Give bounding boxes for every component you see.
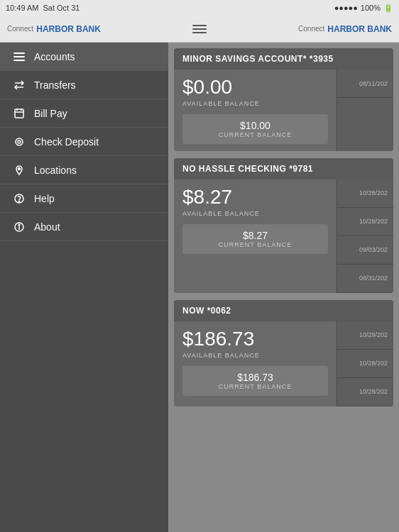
signal-icon: ●●●●●	[334, 4, 358, 12]
transaction-date: 10/28/202	[359, 189, 388, 196]
locations-icon	[11, 162, 27, 178]
transaction-item[interactable]: 10/28/202	[337, 378, 393, 406]
sidebar: Accounts Transfers Bill Pay	[0, 43, 168, 532]
current-balance-box-now: $186.73 CURRENT BALANCE	[182, 366, 328, 396]
available-amount-checking: $8.27	[182, 187, 328, 209]
connect-label-left: Connect	[7, 25, 33, 33]
svg-rect-2	[13, 60, 25, 61]
transaction-date: 10/28/202	[359, 218, 388, 225]
transaction-item	[337, 98, 393, 151]
transaction-date: 09/03/202	[359, 246, 388, 253]
transaction-item[interactable]: 10/28/202	[337, 350, 393, 378]
svg-point-11	[18, 201, 20, 202]
account-card-now: NOW *0062 $186.73 AVAILABLE BALANCE $186…	[174, 300, 393, 406]
current-amount-savings: $10.00	[191, 120, 319, 131]
current-label-savings: CURRENT BALANCE	[191, 131, 319, 138]
account-transactions-savings: 08/11/202	[337, 70, 393, 151]
account-title-now: NOW *0062	[182, 306, 231, 316]
transaction-date: 10/28/202	[359, 388, 388, 395]
battery-icon: 🔋	[383, 4, 393, 13]
account-body-checking: $8.27 AVAILABLE BALANCE $8.27 CURRENT BA…	[174, 179, 393, 293]
bank-label-left: HARBOR BANK	[36, 24, 101, 34]
sidebar-item-billpay[interactable]: Bill Pay	[0, 99, 168, 128]
date: Sat Oct 31	[43, 4, 80, 12]
account-body-savings: $0.00 AVAILABLE BALANCE $10.00 CURRENT B…	[174, 70, 393, 151]
battery: 100%	[361, 4, 381, 12]
main-container: Accounts Transfers Bill Pay	[0, 43, 399, 532]
locations-label: Locations	[34, 165, 77, 176]
help-label: Help	[34, 193, 55, 204]
hamburger-line-3	[192, 32, 207, 33]
account-header-checking: NO HASSLE CHECKING *9781	[174, 158, 393, 179]
checkdeposit-label: Check Deposit	[34, 136, 99, 148]
available-label-checking: AVAILABLE BALANCE	[182, 210, 328, 217]
account-card-savings: MINOR SAVINGS ACCOUNT* *3935 $0.00 AVAIL…	[174, 48, 393, 151]
account-main-checking: $8.27 AVAILABLE BALANCE $8.27 CURRENT BA…	[174, 179, 337, 293]
bank-label-right: HARBOR BANK	[327, 24, 392, 34]
available-amount-now: $186.73	[182, 328, 328, 350]
sidebar-item-checkdeposit[interactable]: Check Deposit	[0, 128, 168, 156]
transaction-item[interactable]: 08/11/202	[337, 70, 393, 98]
current-balance-box-savings: $10.00 CURRENT BALANCE	[182, 114, 328, 144]
account-transactions-now: 10/29/202 10/28/202 10/28/202	[337, 321, 393, 406]
account-title-checking: NO HASSLE CHECKING *9781	[182, 164, 313, 174]
time: 10:49 AM	[6, 4, 38, 12]
svg-point-14	[18, 224, 20, 226]
current-amount-now: $186.73	[191, 372, 319, 383]
transaction-item[interactable]: 10/29/202	[337, 321, 393, 350]
sidebar-item-transfers[interactable]: Transfers	[0, 71, 168, 99]
svg-rect-3	[15, 109, 23, 118]
transfers-label: Transfers	[34, 79, 76, 91]
about-icon	[11, 219, 27, 235]
nav-brand-right: Connect HARBOR BANK	[298, 24, 392, 34]
svg-point-9	[18, 167, 21, 170]
account-main-now: $186.73 AVAILABLE BALANCE $186.73 CURREN…	[174, 321, 337, 406]
available-amount-savings: $0.00	[182, 77, 328, 99]
status-left: 10:49 AM Sat Oct 31	[6, 4, 80, 12]
transaction-item[interactable]: 08/31/202	[337, 265, 393, 293]
transaction-date: 10/29/202	[359, 331, 388, 338]
accounts-label: Accounts	[34, 51, 75, 62]
checkdeposit-icon	[11, 134, 27, 150]
account-header-now: NOW *0062	[174, 300, 393, 321]
svg-rect-0	[13, 52, 25, 54]
sidebar-item-help[interactable]: Help	[0, 184, 168, 213]
help-icon	[11, 191, 27, 206]
available-label-now: AVAILABLE BALANCE	[182, 352, 328, 359]
current-amount-checking: $8.27	[191, 230, 319, 241]
about-label: About	[34, 221, 60, 233]
sidebar-item-about[interactable]: About	[0, 213, 168, 241]
hamburger-menu[interactable]	[192, 25, 207, 33]
account-card-checking: NO HASSLE CHECKING *9781 $8.27 AVAILABLE…	[174, 158, 393, 293]
status-bar: 10:49 AM Sat Oct 31 ●●●●● 100% 🔋	[0, 0, 399, 16]
current-label-now: CURRENT BALANCE	[191, 383, 319, 390]
transaction-date: 08/11/202	[359, 80, 388, 87]
hamburger-line-2	[192, 28, 207, 30]
connect-label-right: Connect	[298, 25, 324, 33]
transaction-item[interactable]: 10/28/202	[337, 179, 393, 208]
transaction-date: 08/31/202	[359, 275, 388, 282]
account-body-now: $186.73 AVAILABLE BALANCE $186.73 CURREN…	[174, 321, 393, 406]
account-main-savings: $0.00 AVAILABLE BALANCE $10.00 CURRENT B…	[174, 70, 337, 151]
content-area[interactable]: MINOR SAVINGS ACCOUNT* *3935 $0.00 AVAIL…	[168, 43, 399, 532]
account-title-savings: MINOR SAVINGS ACCOUNT* *3935	[182, 54, 334, 64]
transfers-icon	[11, 77, 27, 93]
hamburger-line-1	[192, 25, 207, 26]
nav-brand-left: Connect HARBOR BANK	[7, 24, 101, 34]
svg-point-8	[18, 140, 21, 143]
transaction-date: 10/28/202	[359, 360, 388, 367]
status-right: ●●●●● 100% 🔋	[334, 4, 393, 13]
transaction-item[interactable]: 09/03/202	[337, 236, 393, 265]
svg-rect-1	[13, 56, 25, 57]
account-transactions-checking: 10/28/202 10/28/202 09/03/202 08/31/202	[337, 179, 393, 293]
svg-point-7	[16, 138, 23, 145]
current-balance-box-checking: $8.27 CURRENT BALANCE	[182, 224, 328, 254]
account-header-savings: MINOR SAVINGS ACCOUNT* *3935	[174, 48, 393, 70]
sidebar-item-locations[interactable]: Locations	[0, 156, 168, 184]
nav-bar: Connect HARBOR BANK Connect HARBOR BANK	[0, 16, 399, 43]
available-label-savings: AVAILABLE BALANCE	[182, 100, 328, 107]
transaction-item[interactable]: 10/28/202	[337, 208, 393, 236]
sidebar-item-accounts[interactable]: Accounts	[0, 43, 168, 71]
billpay-label: Bill Pay	[34, 108, 67, 119]
billpay-icon	[11, 106, 27, 121]
